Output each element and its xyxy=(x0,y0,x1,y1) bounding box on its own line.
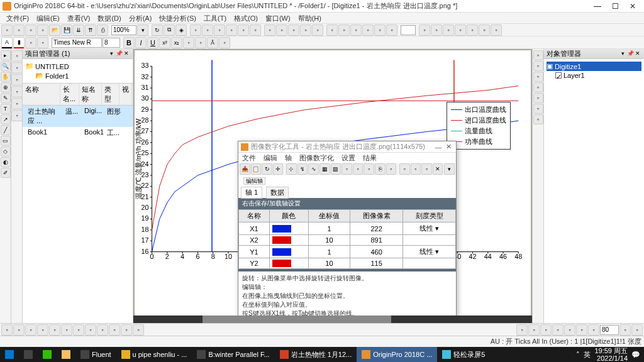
menu-quickanalysis[interactable]: 快捷分析(S) xyxy=(155,13,200,23)
table-row[interactable]: Y1 1 460 线性 ▾ xyxy=(239,246,456,258)
digitize-icon[interactable]: ◈ xyxy=(175,25,187,36)
lt2-b[interactable]: ▫ xyxy=(11,62,23,74)
obj-root[interactable]: ▣ Digitize1 xyxy=(547,62,641,71)
tb-k[interactable]: ▫ xyxy=(312,25,323,36)
dlg-menu-settings[interactable]: 设置 xyxy=(340,153,357,163)
dlg-menu-file[interactable]: 文件 xyxy=(241,153,257,163)
lt2-d[interactable]: ▫ xyxy=(11,86,23,97)
tb-m[interactable]: ▫ xyxy=(338,25,350,36)
duplicate-icon[interactable]: ⧉ xyxy=(164,25,175,36)
lt2-e[interactable]: ▫ xyxy=(11,98,23,109)
bt-s[interactable]: ▫ xyxy=(588,324,599,336)
tab-axis[interactable]: 轴 1 xyxy=(241,187,262,199)
font-combo[interactable] xyxy=(52,38,102,48)
bt-a[interactable]: ▫ xyxy=(1,324,13,336)
fmt-d[interactable]: ▫ xyxy=(195,37,206,48)
color-swatch[interactable] xyxy=(272,248,291,256)
fontsize-input[interactable] xyxy=(103,38,120,48)
notification-icon[interactable]: 💬 xyxy=(631,351,640,359)
dlg-t5[interactable]: ▫ xyxy=(399,163,410,175)
dlg-area-icon[interactable]: ▨ xyxy=(331,163,341,175)
dlg-menu-axis[interactable]: 轴 xyxy=(284,153,293,163)
region-icon[interactable]: ◇ xyxy=(1,146,11,156)
table-row[interactable]: Y2 10 115 xyxy=(239,258,456,269)
bt-g[interactable]: ▫ xyxy=(73,324,84,336)
bt-l[interactable]: ▫ xyxy=(133,324,144,336)
dlg-goto-icon[interactable]: ⎘ xyxy=(375,163,386,175)
system-tray[interactable]: ˄ 英 19:59 周五2022/1/14 💬 xyxy=(572,347,644,362)
bt-o[interactable]: ▫ xyxy=(540,324,552,336)
tb-e[interactable]: ▫ xyxy=(238,25,249,36)
dlg-rotate-icon[interactable]: ↻ xyxy=(262,163,272,175)
dlg-pick-icon[interactable]: ⊹ xyxy=(286,163,297,175)
pan-icon[interactable]: ✋ xyxy=(1,72,11,82)
fmt-c[interactable]: ▫ xyxy=(183,37,194,48)
import-icon[interactable]: ⇊ xyxy=(73,25,84,36)
pointer-icon[interactable]: ▸ xyxy=(1,50,11,60)
numeric-input[interactable] xyxy=(401,25,416,35)
file-row[interactable]: 岩土热响应 ... 温... Digi... 图形 xyxy=(23,106,133,127)
bt-c[interactable]: ▫ xyxy=(25,324,36,336)
lt2-c[interactable]: ▫ xyxy=(11,74,23,85)
dlg-axis-icon[interactable]: ✛ xyxy=(273,163,284,175)
obj-layer[interactable]: ✓ Layer1 xyxy=(547,71,641,80)
lt2-f[interactable]: ▫ xyxy=(11,110,23,121)
om-pin-icon[interactable]: 📌 xyxy=(626,50,634,58)
table-row[interactable]: X2 10 891 xyxy=(239,235,456,246)
tb-u[interactable]: ▫ xyxy=(455,25,466,36)
draw-icon[interactable]: ✐ xyxy=(1,168,11,178)
bt-e[interactable]: ▫ xyxy=(49,324,60,336)
minimize-button[interactable]: — xyxy=(589,1,606,12)
dlg-import-icon[interactable]: 📥 xyxy=(240,163,250,175)
scroll-thumb[interactable] xyxy=(203,315,391,323)
bt-h[interactable]: ▫ xyxy=(85,324,96,336)
tb-t[interactable]: ▫ xyxy=(443,25,454,36)
italic-icon[interactable]: I xyxy=(135,37,147,48)
superscript-icon[interactable]: x² xyxy=(159,37,170,48)
fmt-a[interactable]: ▫ xyxy=(25,37,36,48)
tb-h[interactable]: ▫ xyxy=(276,25,287,36)
dlg-trace-icon[interactable]: ∿ xyxy=(308,163,319,175)
color-swatch[interactable] xyxy=(272,225,291,233)
new-project-icon[interactable]: ▫ xyxy=(1,25,13,36)
tb-q[interactable]: ▫ xyxy=(386,25,397,36)
menu-window[interactable]: 窗口(W) xyxy=(262,13,294,23)
tb-d[interactable]: ▫ xyxy=(226,25,237,36)
om-close-icon[interactable]: ✕ xyxy=(634,50,641,58)
bt-b[interactable]: ▫ xyxy=(13,324,25,336)
tb-f[interactable]: ▫ xyxy=(250,25,261,36)
tb-a[interactable]: ▫ xyxy=(190,25,201,36)
rt-g[interactable]: ▫ xyxy=(533,114,543,124)
layer-checkbox[interactable]: ✓ xyxy=(555,72,562,79)
dlg-t1[interactable]: ▫ xyxy=(341,163,352,175)
close-button[interactable]: ✕ xyxy=(624,1,641,12)
dlg-close-icon[interactable]: ✕ xyxy=(443,143,453,151)
task-cfd[interactable]: B:winter Parallel F... xyxy=(192,347,274,362)
fmt-f[interactable]: ▫ xyxy=(219,37,230,48)
dlg-t7[interactable]: ▫ xyxy=(421,163,432,175)
fill-color-icon[interactable]: ▮ xyxy=(13,37,25,48)
rt-f[interactable]: ▫ xyxy=(533,104,543,114)
menu-format[interactable]: 格式(O) xyxy=(230,13,262,23)
zoom-tool-icon[interactable]: 🔍 xyxy=(1,61,11,71)
bt-j[interactable]: ▫ xyxy=(109,324,120,336)
table-row[interactable]: X1 1 222 线性 ▾ xyxy=(239,222,456,235)
rt-a[interactable]: ▫ xyxy=(533,50,543,60)
open-icon[interactable]: 📂 xyxy=(49,25,60,36)
tb-i[interactable]: ▫ xyxy=(288,25,299,36)
om-menu-icon[interactable]: ▾ xyxy=(619,50,626,58)
bt-m[interactable]: ▫ xyxy=(516,324,528,336)
start-button[interactable] xyxy=(0,347,19,362)
menu-analysis[interactable]: 分析(A) xyxy=(125,13,156,23)
bt-t[interactable]: ▫ xyxy=(619,324,631,336)
scale-dropdown-icon[interactable]: ▾ xyxy=(435,248,439,255)
mask-icon[interactable]: ◐ xyxy=(1,157,11,167)
menu-edit[interactable]: 编辑(E) xyxy=(33,13,64,23)
dlg-auto-icon[interactable]: ↯ xyxy=(297,163,308,175)
text-icon[interactable]: T xyxy=(1,104,11,114)
zoom-dropdown-icon[interactable]: ▾ xyxy=(137,25,148,36)
color-swatch[interactable] xyxy=(272,236,291,244)
export-icon[interactable]: ⇈ xyxy=(85,25,96,36)
bt-f[interactable]: ▫ xyxy=(61,324,72,336)
graph-hscroll[interactable] xyxy=(133,315,532,323)
